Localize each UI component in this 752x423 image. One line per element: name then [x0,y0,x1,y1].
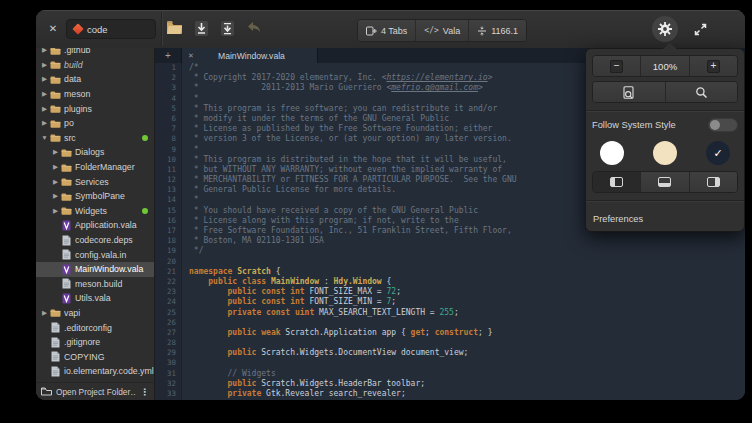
tree-item-label: Services [75,177,154,187]
line-number: 31 [155,369,182,379]
tabs-overview-button[interactable]: 4 Tabs [358,20,416,41]
dark-scheme-button[interactable]: ✓ [706,141,730,165]
tree-item-copying[interactable]: COPYING [36,349,154,364]
tree-item-io-elementary-code-yml[interactable]: io.elementary.code.yml [36,364,154,379]
chevron-right-icon[interactable]: ▶ [40,61,49,69]
chevron-right-icon[interactable]: ▶ [51,148,60,156]
code-line: 29 public Scratch.Widgets.DocumentView d… [155,348,745,358]
tree-item-label: Dialogs [75,147,154,157]
text-file-icon [51,337,60,348]
sepia-scheme-button[interactable] [653,141,677,165]
vcs-modified-badge [142,208,148,214]
folder-icon [49,75,61,84]
toggle-terminal-button[interactable] [641,172,689,192]
tree-item--editorconfig[interactable]: .editorconfig [36,320,154,335]
folder-icon [61,163,72,172]
tree-item-foldermanager[interactable]: ▶FolderManager [36,160,154,175]
chevron-down-icon[interactable]: ▼ [40,134,49,141]
line-number: 11 [155,165,182,175]
chevron-right-icon[interactable]: ▶ [40,309,49,317]
file-icon [49,351,61,362]
tree-item-services[interactable]: ▶Services [36,174,154,189]
line-number: 22 [155,277,182,287]
popover-separator [586,110,744,111]
tab-mainwindow[interactable]: ✕ MainWindow.vala [181,48,318,63]
toggle-sidebar-button[interactable] [593,172,641,192]
tree-item--github[interactable]: ▶.github [36,48,154,58]
tree-item-vapi[interactable]: ▶vapi [36,306,154,321]
line-number: 5 [155,104,182,114]
follow-system-style-switch[interactable] [708,118,738,132]
chevron-right-icon[interactable]: ▶ [40,75,49,83]
project-chooser-button[interactable]: code [66,19,156,39]
preferences-menu-item[interactable]: Preferences [586,208,744,231]
tree-item-po[interactable]: ▶po [36,116,154,131]
tree-item-meson[interactable]: ▶meson [36,87,154,102]
line-number: 12 [155,175,182,185]
tree-item-symbolpane[interactable]: ▶SymbolPane [36,189,154,204]
light-scheme-button[interactable] [600,141,624,165]
chevron-right-icon[interactable]: ▶ [51,178,60,186]
tree-item-mainwindow-vala[interactable]: MainWindow.vala [36,262,154,277]
zoom-out-button[interactable]: − [593,56,641,76]
tab-title: MainWindow.vala [200,51,317,61]
tree-item-label: build [64,60,154,70]
tree-item-plugins[interactable]: ▶plugins [36,101,154,116]
code-line: 19 */ [155,246,745,256]
chevron-right-icon[interactable]: ▶ [51,192,60,200]
folder-icon [50,308,61,317]
chevron-right-icon[interactable]: ▶ [40,119,49,127]
code-line: 32 public Scratch.Widgets.HeaderBar tool… [155,379,745,389]
code-line-text: public Scratch.Widgets.HeaderBar toolbar… [182,379,425,389]
tree-item-widgets[interactable]: ▶Widgets [36,204,154,219]
chevron-right-icon[interactable]: ▶ [40,105,49,113]
folder-icon [50,133,61,142]
text-file-icon [62,278,71,289]
find-in-project-button[interactable] [593,82,666,102]
code-line-text [182,358,189,368]
tree-item-build[interactable]: ▶build [36,58,154,73]
tree-item-data[interactable]: ▶data [36,72,154,87]
chevron-right-icon[interactable]: ▶ [51,163,60,171]
tree-item--gitignore[interactable]: .gitignore [36,335,154,350]
zoom-in-button[interactable]: + [690,56,737,76]
tab-close-icon[interactable]: ✕ [182,52,200,60]
tree-item-dialogs[interactable]: ▶Dialogs [36,145,154,160]
chevron-right-icon[interactable]: ▶ [40,90,49,98]
language-selector-button[interactable]: </> Vala [416,20,469,41]
chevron-right-icon[interactable]: ▶ [40,48,49,54]
line-number: 7 [155,124,182,134]
folder-icon [49,308,61,317]
window-close-button[interactable]: ✕ [46,22,60,36]
tree-item-src[interactable]: ▼src [36,131,154,146]
find-in-document-icon [622,86,635,99]
popover-arrow [663,43,677,49]
zoom-level-button[interactable]: 100% [641,56,689,76]
sidebar-menu-button[interactable]: ⋮ [140,387,149,397]
tree-item-config-vala-in[interactable]: config.vala.in [36,247,154,262]
open-file-button[interactable] [166,20,183,35]
open-project-folder-label: Open Project Folder… [56,387,136,397]
open-project-folder-button[interactable]: Open Project Folder… ⋮ [36,382,154,400]
code-line-text: * Boston, MA 02110-1301 USA [182,236,324,246]
code-line-text: * [182,94,199,104]
goto-line-button[interactable]: 1166.1 [469,20,526,41]
tree-item-codecore-deps[interactable]: codecore.deps [36,233,154,248]
save-as-button[interactable] [220,20,235,37]
tree-item-utils-vala[interactable]: Utils.vala [36,291,154,306]
line-number: 20 [155,257,182,267]
find-button[interactable] [666,82,738,102]
text-file-icon [62,249,71,260]
chevron-right-icon[interactable]: ▶ [51,207,60,215]
tree-item-label: COPYING [64,352,154,362]
toggle-outline-button[interactable] [690,172,737,192]
code-line-text: * version 3 of the License, or (at your … [182,134,512,144]
settings-menu-button[interactable] [652,16,678,42]
tree-item-meson-build[interactable]: meson.build [36,277,154,292]
color-scheme-row: ✓ [586,132,744,171]
tree-item-application-vala[interactable]: Application.vala [36,218,154,233]
code-line-text: private Gtk.Revealer search_revealer; [182,389,406,399]
save-button[interactable] [194,20,209,37]
new-tab-button[interactable]: + [155,48,181,63]
fullscreen-button[interactable] [691,20,709,38]
